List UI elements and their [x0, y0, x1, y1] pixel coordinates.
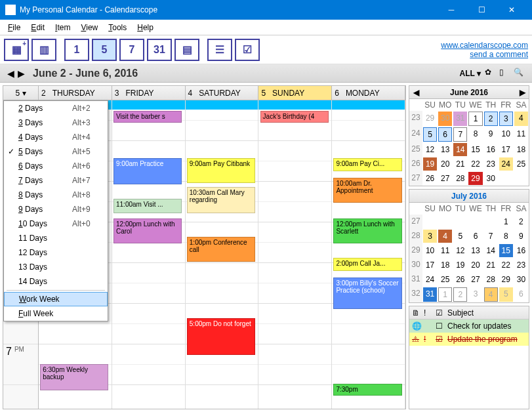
event-soccer[interactable]: 3:00pm Billy's Soccer Practice (school) [333, 278, 401, 309]
calendar-day[interactable]: 20 [438, 157, 452, 171]
calendar-day[interactable]: 18 [438, 258, 452, 272]
calendar-day[interactable] [484, 215, 498, 228]
task-row[interactable]: 🌐 ☐ Check for updates [409, 319, 529, 333]
calendar-day[interactable]: 5 [423, 127, 437, 142]
calendar-day[interactable]: 6 [514, 287, 528, 302]
col-saturday[interactable]: 4SATURDAY [186, 86, 259, 100]
calendar-day[interactable]: 26 [423, 172, 437, 185]
view-5-button[interactable]: 5 [92, 39, 117, 61]
calendar-day[interactable]: 21 [484, 258, 498, 272]
calendar-day[interactable] [423, 215, 437, 228]
event-lunch-carol[interactable]: 12:00pm Lunch with Carol [113, 218, 182, 243]
calendar-day[interactable]: 1 [499, 215, 513, 228]
days-option[interactable]: 6 DaysAlt+6 [4, 159, 108, 173]
calendar-day[interactable]: 9 [484, 127, 498, 142]
calendar-day[interactable]: 10 [423, 244, 437, 257]
calendar-day[interactable]: 31 [423, 287, 437, 302]
calendar-day[interactable]: 30 [514, 273, 528, 286]
event-jack-birthday[interactable]: Jack's Birthday (4 [260, 111, 329, 123]
calendar-day[interactable]: 5 [499, 287, 513, 302]
calendar-day[interactable]: 29 [468, 172, 482, 185]
event-730[interactable]: 7:30pm [333, 384, 401, 396]
next-month-button[interactable]: ▶ [517, 87, 527, 98]
event-pay-citi[interactable]: 9:00am Pay Citibank [187, 158, 255, 183]
calendar-day[interactable]: 7 [484, 230, 498, 243]
calendar-day[interactable]: 4 [514, 112, 528, 126]
calendar-day[interactable]: 24 [423, 273, 437, 286]
calendar-day[interactable]: 5 [453, 230, 467, 243]
view-31-button[interactable]: 31 [147, 39, 172, 61]
minimize-button[interactable]: ─ [436, 0, 466, 20]
calendar-day[interactable]: 9 [514, 230, 528, 243]
calendar-day[interactable]: 14 [484, 244, 498, 257]
calendar-day[interactable]: 3 [499, 112, 513, 126]
days-option[interactable]: 9 DaysAlt+9 [4, 202, 108, 216]
task-row[interactable]: ⚠ ! ☑ Update the program [409, 333, 529, 346]
work-week-option[interactable]: Work Week [4, 292, 108, 306]
calendar-day[interactable]: 12 [453, 244, 467, 257]
view-1-button[interactable]: 1 [64, 39, 89, 61]
calendar-day[interactable]: 8 [468, 127, 482, 142]
days-option[interactable]: 8 DaysAlt+8 [4, 188, 108, 202]
calendar-day[interactable]: 30 [438, 112, 452, 126]
event-do-not-forget[interactable]: 5:00pm Do not forget [187, 318, 255, 355]
calendar-day[interactable]: 28 [484, 273, 498, 286]
calendar-day[interactable]: 22 [499, 258, 513, 272]
calendar-day[interactable] [453, 215, 467, 228]
calendar-day[interactable]: 14 [453, 143, 467, 156]
list-view-button[interactable]: ☰ [207, 39, 232, 61]
event-dr-appointment[interactable]: 10:00am Dr. Appointment [333, 178, 401, 203]
calendar-day[interactable]: 19 [423, 157, 437, 171]
calendar-day[interactable]: 13 [438, 143, 452, 156]
calendar-day[interactable]: 15 [499, 244, 513, 257]
calendar-day[interactable]: 26 [453, 273, 467, 286]
calendar-day[interactable]: 29 [423, 112, 437, 126]
calendar-day[interactable]: 23 [514, 258, 528, 272]
calendar-day[interactable]: 1 [438, 287, 452, 302]
event-call-mary[interactable]: 10:30am Call Mary regarding [187, 187, 255, 213]
calendar-day[interactable]: 10 [499, 127, 513, 142]
event-weekly-backup[interactable]: 6:30pm Weekly backup [40, 364, 108, 390]
event-visit-barber[interactable]: Visit the barber s [113, 111, 182, 123]
view-7-button[interactable]: 7 [119, 39, 144, 61]
calendar-day[interactable]: 6 [438, 127, 452, 142]
calendar-day[interactable]: 16 [484, 143, 498, 156]
calendar-day[interactable]: 23 [484, 157, 498, 171]
calendar-day[interactable]: 13 [468, 244, 482, 257]
prev-month-button[interactable]: ◀ [411, 87, 421, 98]
day-view-button[interactable]: ▥ [31, 39, 56, 61]
event-lunch-scarlett[interactable]: 12:00pm Lunch with Scarlett [333, 218, 401, 243]
calendar-day[interactable]: 28 [453, 172, 467, 185]
menu-item[interactable]: Item [50, 21, 75, 34]
calendar-day[interactable] [438, 215, 452, 228]
calendar-day[interactable]: 25 [438, 273, 452, 286]
calendar-day[interactable]: 16 [514, 244, 528, 257]
days-option[interactable]: 3 DaysAlt+3 [4, 115, 108, 130]
calendar-day[interactable]: 3 [423, 230, 437, 243]
col-monday[interactable]: 6MONDAY [332, 86, 405, 100]
filter-all[interactable]: ALL ▾ [460, 69, 481, 78]
days-option[interactable]: 11 Days [4, 231, 108, 245]
calendar-day[interactable]: 3 [468, 287, 482, 302]
search-icon[interactable]: 🔍 [514, 68, 525, 79]
event-practice[interactable]: 9:00am Practice [113, 158, 182, 184]
grid-view-button[interactable]: ▤ [174, 39, 199, 61]
days-option[interactable]: 4 DaysAlt+4 [4, 130, 108, 144]
calendar-day[interactable]: 18 [514, 143, 528, 156]
calendar-day[interactable]: 22 [468, 157, 482, 171]
close-button[interactable]: ✕ [497, 0, 527, 20]
calendar-day[interactable]: 21 [453, 157, 467, 171]
calendar-day[interactable]: 29 [499, 273, 513, 286]
calendar-day[interactable]: 11 [514, 127, 528, 142]
col-friday[interactable]: 3FRIDAY [112, 86, 186, 100]
col-sunday[interactable]: 5SUNDAY [258, 86, 332, 100]
days-option[interactable]: 10 DaysAlt+0 [4, 216, 108, 231]
calendar-day[interactable]: 8 [499, 230, 513, 243]
calendar-day[interactable]: 17 [423, 258, 437, 272]
col-thursday[interactable]: 2THURSDAY [39, 86, 112, 100]
menu-view[interactable]: View [75, 21, 103, 34]
calendar-day[interactable]: 30 [484, 172, 498, 185]
days-option[interactable]: 7 DaysAlt+7 [4, 173, 108, 188]
event-pay-citi-2[interactable]: 9:00am Pay Ci... [333, 158, 401, 171]
calendar-day[interactable]: 20 [468, 258, 482, 272]
